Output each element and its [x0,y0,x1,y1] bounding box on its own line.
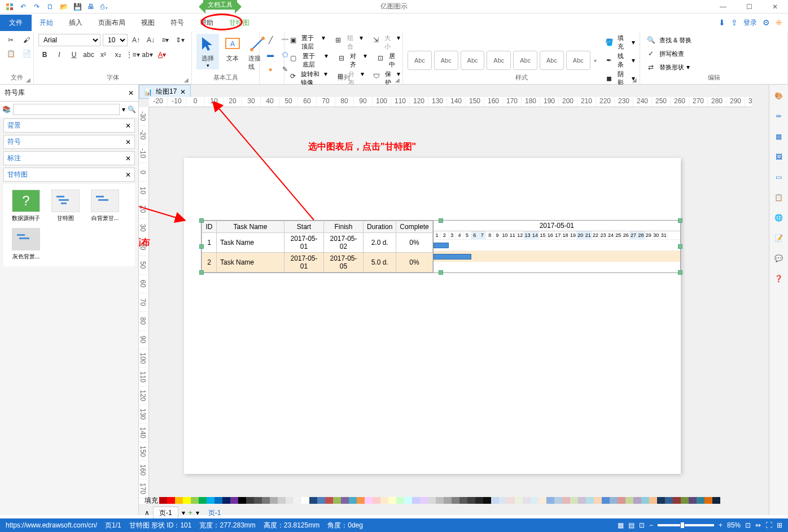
launcher-icon[interactable]: ◢ [632,77,638,82]
lib-section-gantt[interactable]: 甘特图✕ [3,168,135,182]
color-swatch[interactable] [199,497,207,504]
export-icon[interactable]: ⎙▾ [99,2,110,12]
fit-width-icon[interactable]: ⇔ [755,521,761,529]
page-dropdown-icon[interactable]: ▾ [182,509,185,517]
color-swatch[interactable] [625,497,633,504]
lib-icon[interactable]: 📚 [2,105,11,113]
color-swatch[interactable] [246,497,254,504]
color-swatch[interactable] [167,497,175,504]
open-icon[interactable]: 📂 [59,2,69,12]
italic-icon[interactable]: I [53,49,65,61]
gantt-bar[interactable] [434,243,449,248]
apps-icon[interactable]: ⁜ [776,18,782,27]
line-shape-icon[interactable]: ╱ [264,34,277,46]
color-swatch[interactable] [286,497,294,504]
launcher-icon[interactable]: ◢ [395,77,401,82]
back-icon[interactable]: ▢ [289,52,298,64]
fullscreen-icon[interactable]: ⛶ [765,521,772,529]
color-swatch[interactable] [254,497,262,504]
color-swatch[interactable] [175,497,183,504]
line-icon[interactable]: ✒ [603,54,615,67]
front-icon[interactable]: ▣ [289,34,297,46]
spellcheck-icon[interactable]: ✓ [645,47,657,60]
lib-item-white-bg[interactable]: 白背景甘... [88,190,122,222]
style-preset[interactable]: Abc [540,51,564,70]
hyperlink-icon[interactable]: 🌐 [772,211,786,225]
color-swatch[interactable] [467,497,475,504]
color-swatch[interactable] [704,497,712,504]
ellipse-shape-icon[interactable]: ● [264,63,277,76]
lib-section-callout[interactable]: 标注✕ [3,151,135,165]
gantt-chart-object[interactable]: IDTask NameStartFinishDurationComplete 1… [201,220,681,273]
close-button[interactable]: ✕ [762,0,788,14]
image-icon[interactable]: 🖼 [772,150,786,164]
search-icon[interactable]: 🔍 [128,105,136,113]
page-canvas[interactable] [184,158,681,474]
shrink-font-icon[interactable]: A↓ [145,34,157,46]
color-swatch[interactable] [586,497,594,504]
color-swatch[interactable] [633,497,641,504]
color-swatch[interactable] [554,497,562,504]
view-mode-icon[interactable]: ▤ [628,521,634,529]
search-input[interactable] [13,104,120,115]
copy-icon[interactable]: 📋 [5,47,17,60]
color-swatch[interactable] [499,497,507,504]
underline-icon[interactable]: U [68,49,80,61]
add-page-icon[interactable]: + [189,509,192,517]
lib-section-symbol[interactable]: 符号✕ [3,135,135,149]
grow-font-icon[interactable]: A↑ [130,34,142,46]
color-swatch[interactable] [689,497,697,504]
color-swatch[interactable] [357,497,365,504]
color-swatch[interactable] [712,497,720,504]
color-swatch[interactable] [365,497,373,504]
color-swatch[interactable] [531,497,539,504]
color-swatch[interactable] [262,497,270,504]
color-swatch[interactable] [436,497,444,504]
format-painter-icon[interactable]: 🖌 [20,34,33,46]
style-more-icon[interactable]: ▾ [594,58,597,64]
resize-handle[interactable] [199,244,204,249]
new-icon[interactable]: 🗋 [45,2,55,12]
style-preset[interactable]: Abc [513,51,537,70]
style-preset[interactable]: Abc [408,51,432,70]
color-swatch[interactable] [230,497,238,504]
search-dropdown-icon[interactable]: ▾ [122,105,125,113]
style-preset[interactable]: Abc [487,51,511,70]
align-to-icon[interactable]: ⊟ [337,52,346,64]
launcher-icon[interactable]: ◢ [184,77,190,82]
color-swatch[interactable] [301,497,309,504]
color-swatch[interactable] [459,497,467,504]
font-name-select[interactable]: Arial [38,34,100,46]
color-swatch[interactable] [309,497,317,504]
view-mode-icon[interactable]: ⊡ [639,521,645,529]
font-size-select[interactable]: 10 [103,34,128,46]
lib-item-gray-bg[interactable]: 灰色背景... [9,228,43,261]
zoom-out-icon[interactable]: − [649,521,653,529]
redo-icon[interactable]: ↷ [32,2,42,12]
grid-icon[interactable]: ⊞ [777,521,782,529]
zoom-in-icon[interactable]: + [719,521,723,529]
fit-page-icon[interactable]: ⊡ [745,521,751,529]
center-icon[interactable]: ⊡ [376,52,385,64]
find-icon[interactable]: 🔍 [645,34,657,46]
resize-handle[interactable] [439,270,443,275]
launcher-icon[interactable]: ◢ [26,77,32,82]
color-swatch[interactable] [594,497,602,504]
replace-shape-icon[interactable]: ⇄ [645,61,657,73]
color-swatch[interactable] [388,497,396,504]
login-button[interactable]: 登录 [743,18,757,28]
color-swatch[interactable] [222,497,230,504]
color-swatch[interactable] [515,497,523,504]
sidebar-close-icon[interactable]: ✕ [128,89,134,97]
view-mode-icon[interactable]: ▦ [618,521,624,529]
color-swatch[interactable] [610,497,618,504]
color-swatch[interactable] [317,497,325,504]
logo-icon[interactable] [5,2,15,12]
rect-shape-icon[interactable]: ▬ [264,49,277,61]
bold-icon[interactable]: B [38,49,51,61]
superscript-icon[interactable]: x² [97,49,110,61]
lib-section-bg[interactable]: 背景✕ [3,118,135,133]
resize-handle[interactable] [199,270,204,275]
resize-handle[interactable] [678,270,682,275]
color-swatch[interactable] [238,497,246,504]
